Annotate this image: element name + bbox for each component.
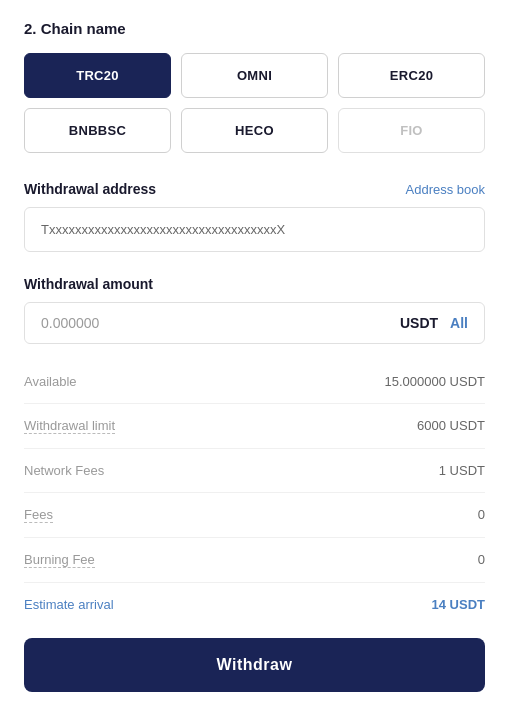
amount-currency: USDT [400,315,438,331]
chain-name-section: 2. Chain name TRC20 OMNI ERC20 BNBBSC HE… [24,20,485,153]
chain-btn-bnbbsc[interactable]: BNBBSC [24,108,171,153]
address-book-link[interactable]: Address book [406,182,486,197]
fees-row: Fees 0 [24,497,485,533]
withdrawal-address-header: Withdrawal address Address book [24,181,485,197]
available-label: Available [24,374,77,389]
info-rows: Available 15.000000 USDT Withdrawal limi… [24,364,485,622]
network-fees-label: Network Fees [24,463,104,478]
withdrawal-address-label: Withdrawal address [24,181,156,197]
chain-btn-heco[interactable]: HECO [181,108,328,153]
available-value: 15.000000 USDT [385,374,485,389]
chain-name-title: 2. Chain name [24,20,485,37]
fees-label: Fees [24,507,53,523]
available-row: Available 15.000000 USDT [24,364,485,399]
amount-input[interactable] [41,315,400,331]
burning-fee-value: 0 [478,552,485,567]
withdrawal-limit-label: Withdrawal limit [24,418,115,434]
chain-btn-omni[interactable]: OMNI [181,53,328,98]
burning-fee-row: Burning Fee 0 [24,542,485,578]
withdrawal-address-input[interactable] [24,207,485,252]
withdrawal-limit-value: 6000 USDT [417,418,485,433]
withdrawal-limit-row: Withdrawal limit 6000 USDT [24,408,485,444]
all-button[interactable]: All [450,315,468,331]
chain-btn-fio: FIO [338,108,485,153]
withdrawal-amount-section: Withdrawal amount USDT All [24,276,485,344]
chain-btn-trc20[interactable]: TRC20 [24,53,171,98]
burning-fee-label: Burning Fee [24,552,95,568]
amount-field-wrapper: USDT All [24,302,485,344]
chain-options-grid: TRC20 OMNI ERC20 BNBBSC HECO FIO [24,53,485,153]
withdrawal-amount-label: Withdrawal amount [24,276,485,292]
estimate-arrival-row: Estimate arrival 14 USDT [24,587,485,622]
withdrawal-address-section: Withdrawal address Address book [24,181,485,276]
withdraw-button[interactable]: Withdraw [24,638,485,692]
fees-value: 0 [478,507,485,522]
estimate-arrival-label: Estimate arrival [24,597,114,612]
network-fees-row: Network Fees 1 USDT [24,453,485,488]
network-fees-value: 1 USDT [439,463,485,478]
estimate-arrival-value: 14 USDT [432,597,485,612]
chain-btn-erc20[interactable]: ERC20 [338,53,485,98]
